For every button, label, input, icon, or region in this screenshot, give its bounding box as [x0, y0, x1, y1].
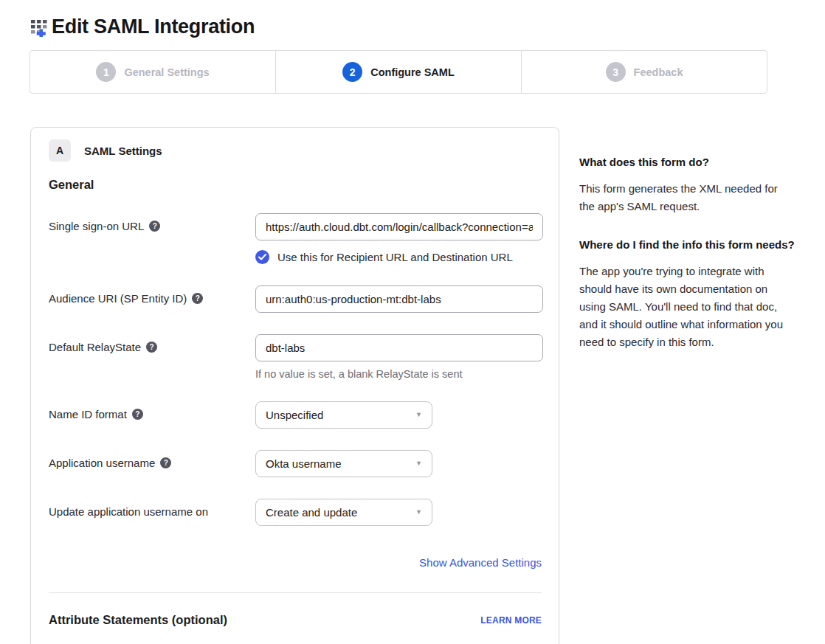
sso-url-row: Single sign-on URL ? Use this for Recipi…: [49, 213, 542, 264]
relay-state-label-wrap: Default RelayState ?: [49, 334, 255, 355]
name-id-format-label: Name ID format: [49, 408, 127, 422]
help-icon[interactable]: ?: [146, 342, 157, 353]
advanced-settings-row: Show Advanced Settings: [49, 556, 542, 569]
relay-state-input[interactable]: [255, 334, 543, 361]
sidebar-question-2: Where do I find the info this form needs…: [579, 237, 795, 253]
relay-state-label: Default RelayState: [49, 341, 141, 355]
audience-uri-label: Audience URI (SP Entity ID): [49, 292, 187, 306]
step-label: General Settings: [124, 66, 209, 78]
application-username-label-wrap: Application username ?: [49, 450, 255, 471]
relay-state-hint: If no value is set, a blank RelayState i…: [255, 368, 542, 380]
grid-plus-icon: [30, 17, 49, 37]
application-username-row: Application username ? Okta username ▼: [49, 450, 542, 477]
page-header: Edit SAML Integration: [0, 0, 825, 47]
application-username-field: Okta username ▼: [255, 450, 542, 477]
help-icon[interactable]: ?: [149, 221, 160, 232]
name-id-format-select[interactable]: Unspecified ▼: [255, 401, 432, 429]
checkmark-icon: [258, 254, 266, 260]
step-configure-saml[interactable]: 2 Configure SAML: [276, 51, 522, 93]
audience-uri-row: Audience URI (SP Entity ID) ?: [49, 285, 542, 313]
step-general-settings[interactable]: 1 General Settings: [30, 51, 276, 93]
attribute-statements-title: Attribute Statements (optional): [49, 613, 227, 627]
show-advanced-settings-link[interactable]: Show Advanced Settings: [419, 556, 542, 569]
sso-url-label: Single sign-on URL: [49, 220, 144, 234]
sso-checkbox-row: Use this for Recipient URL and Destinati…: [255, 250, 542, 264]
step-label: Configure SAML: [370, 66, 455, 78]
name-id-format-field: Unspecified ▼: [255, 401, 542, 429]
step-number-badge: 1: [96, 62, 116, 82]
audience-uri-field: [255, 285, 542, 313]
update-username-select[interactable]: Create and update ▼: [255, 499, 432, 526]
general-section-heading: General: [49, 178, 542, 192]
audience-uri-label-wrap: Audience URI (SP Entity ID) ?: [49, 285, 255, 306]
step-number-badge: 2: [342, 62, 362, 82]
selected-value: Okta username: [266, 457, 342, 470]
update-username-label: Update application username on: [49, 505, 208, 519]
help-icon[interactable]: ?: [132, 409, 143, 420]
chevron-down-icon: ▼: [415, 509, 422, 516]
sidebar-answer-2: The app you're trying to integrate with …: [579, 263, 795, 351]
saml-settings-card: A SAML Settings General Single sign-on U…: [30, 127, 559, 644]
recipient-url-checkbox[interactable]: [255, 250, 269, 264]
sso-url-input[interactable]: [255, 213, 543, 240]
update-username-row: Update application username on Create an…: [49, 499, 542, 526]
help-sidebar: What does this form do? This form genera…: [579, 127, 795, 373]
name-id-format-row: Name ID format ? Unspecified ▼: [49, 401, 542, 429]
card-title: SAML Settings: [84, 145, 162, 157]
chevron-down-icon: ▼: [415, 412, 422, 418]
selected-value: Unspecified: [266, 409, 323, 421]
learn-more-link[interactable]: LEARN MORE: [480, 615, 542, 626]
help-icon[interactable]: ?: [192, 293, 203, 304]
application-username-label: Application username: [49, 457, 155, 471]
sso-url-label-wrap: Single sign-on URL ?: [49, 213, 255, 234]
step-wizard: 1 General Settings 2 Configure SAML 3 Fe…: [30, 50, 767, 94]
content-area: A SAML Settings General Single sign-on U…: [30, 127, 795, 644]
sidebar-answer-1: This form generates the XML needed for t…: [579, 180, 795, 215]
name-id-format-label-wrap: Name ID format ?: [49, 401, 255, 422]
application-username-select[interactable]: Okta username ▼: [255, 450, 432, 477]
step-number-badge: 3: [606, 62, 626, 82]
attribute-statements-header: Attribute Statements (optional) LEARN MO…: [49, 613, 542, 627]
step-feedback[interactable]: 3 Feedback: [522, 51, 767, 93]
section-divider: [49, 592, 542, 593]
help-icon[interactable]: ?: [160, 457, 171, 468]
update-username-field: Create and update ▼: [255, 499, 542, 526]
audience-uri-input[interactable]: [255, 285, 543, 313]
selected-value: Create and update: [266, 506, 357, 519]
sidebar-question-1: What does this form do?: [579, 154, 795, 170]
sso-url-field: Use this for Recipient URL and Destinati…: [255, 213, 542, 264]
recipient-url-checkbox-label[interactable]: Use this for Recipient URL and Destinati…: [277, 251, 513, 263]
section-a-badge: A: [49, 139, 71, 162]
chevron-down-icon: ▼: [415, 460, 422, 467]
page-title: Edit SAML Integration: [52, 15, 255, 38]
relay-state-row: Default RelayState ? If no value is set,…: [49, 334, 542, 380]
step-label: Feedback: [634, 66, 683, 78]
card-header: A SAML Settings: [49, 139, 542, 162]
update-username-label-wrap: Update application username on: [49, 499, 255, 519]
relay-state-field: If no value is set, a blank RelayState i…: [255, 334, 542, 380]
